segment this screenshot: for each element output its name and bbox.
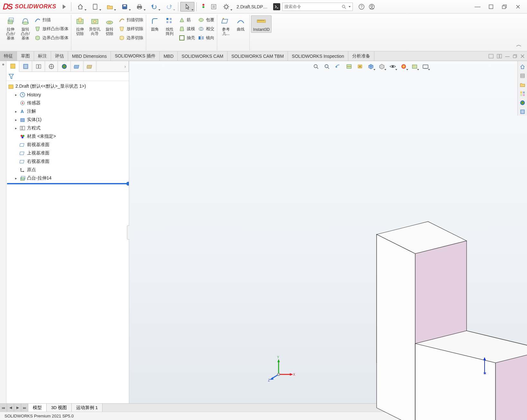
search-box[interactable]	[282, 3, 353, 11]
mdi-restore-button[interactable]	[513, 54, 517, 58]
rail-folder-icon[interactable]	[519, 81, 526, 89]
home-button[interactable]	[73, 2, 87, 12]
rail-view-palette-icon[interactable]	[519, 90, 526, 98]
help-button[interactable]: ?	[357, 2, 366, 12]
mdi-tile1-icon[interactable]	[488, 54, 494, 58]
zoom-fit-button[interactable]	[311, 62, 321, 71]
user-button[interactable]	[367, 2, 377, 12]
redo-button[interactable]	[162, 2, 176, 12]
wrap-button[interactable]: 包覆	[196, 15, 216, 24]
scene-button[interactable]	[410, 62, 419, 71]
ribbon-collapse-button[interactable]: ︿	[513, 39, 525, 50]
tab-addins[interactable]: SOLIDWORKS 插件	[111, 51, 160, 61]
properties-button[interactable]	[209, 2, 219, 12]
rail-library-icon[interactable]	[519, 72, 526, 80]
tab-analysis[interactable]: 分析准备	[348, 51, 374, 61]
draft-button[interactable]: 拔模	[177, 24, 196, 33]
rollback-bar[interactable]	[7, 183, 128, 184]
expand-icon[interactable]: ▸	[14, 176, 18, 180]
open-button[interactable]	[103, 2, 117, 12]
boundary-boss-button[interactable]: 边界凸台/基体	[33, 33, 70, 42]
tab-first-button[interactable]: ⏮	[0, 404, 7, 412]
intersect-button[interactable]: 相交	[196, 24, 216, 33]
prev-view-button[interactable]	[333, 62, 343, 71]
tab-last-button[interactable]: ⏭	[21, 404, 28, 412]
viewport[interactable]: A	[129, 61, 527, 403]
undo-button[interactable]	[147, 2, 161, 12]
tree-history[interactable]: ▸History	[7, 91, 128, 99]
zoom-area-button[interactable]	[322, 62, 332, 71]
tree-equations[interactable]: ▸Σ方程式	[7, 124, 128, 132]
view-orient-button[interactable]	[366, 62, 376, 71]
select-button[interactable]	[180, 2, 194, 12]
bottom-tab-motion[interactable]: 运动算例 1	[72, 404, 103, 412]
tab-prev-button[interactable]: ◀	[7, 404, 14, 412]
search-dropdown-icon[interactable]	[349, 6, 351, 7]
rail-home-icon[interactable]	[519, 63, 526, 71]
hole-wizard-button[interactable]: 异型孔 向导	[87, 15, 102, 37]
boundary-cut-button[interactable]: 边界切除	[117, 33, 145, 42]
close-button[interactable]	[514, 3, 522, 11]
section-view-button[interactable]	[344, 62, 354, 71]
expand-icon[interactable]: ▸	[14, 93, 18, 97]
minimize-button[interactable]: —	[474, 3, 481, 11]
restore-button[interactable]	[501, 3, 508, 11]
fillet-button[interactable]: 圆角	[147, 15, 162, 32]
command-prompt-icon[interactable]	[273, 3, 280, 10]
tab-mbd[interactable]: MBD	[160, 51, 178, 61]
print-button[interactable]	[132, 2, 147, 12]
tab-features[interactable]: 特征	[0, 51, 17, 61]
bottom-tab-model[interactable]: 模型	[28, 404, 47, 412]
expand-icon[interactable]: ▸	[14, 109, 18, 114]
ref-geometry-button[interactable]: 参考 几...	[219, 15, 233, 37]
fm-tab-property[interactable]	[19, 61, 32, 72]
appearance-button[interactable]	[399, 62, 408, 71]
fm-tab-more[interactable]: ›	[96, 61, 129, 72]
extrude-boss-button[interactable]: 拉伸 凸台/ 基体	[3, 15, 18, 41]
tab-cam[interactable]: SOLIDWORKS CAM	[178, 51, 228, 61]
instant3d-button[interactable]: Instant3D	[251, 15, 272, 33]
expand-icon[interactable]: ▸	[14, 126, 18, 130]
tree-material[interactable]: 材质 <未指定>	[7, 132, 128, 141]
loft-boss-button[interactable]: 放样凸台/基体	[33, 24, 70, 33]
tree-front-plane[interactable]: 前视基准面	[7, 141, 128, 149]
curves-button[interactable]: 曲线	[233, 15, 248, 32]
tree-origin[interactable]: 原点	[7, 166, 128, 174]
expand-icon[interactable]: ▸	[14, 118, 18, 122]
revolve-cut-button[interactable]: 旋转 切除	[102, 15, 117, 37]
tab-cam-tbm[interactable]: SOLIDWORKS CAM TBM	[228, 51, 288, 61]
fm-tab-tree[interactable]	[6, 61, 19, 72]
revolve-boss-button[interactable]: 旋转 凸台/ 基体	[18, 15, 33, 41]
tree-solid-bodies[interactable]: ▸实体(1)	[7, 116, 128, 124]
search-icon[interactable]	[342, 4, 346, 9]
loft-cut-button[interactable]: 放样切除	[117, 24, 145, 33]
shell-button[interactable]: 抽壳	[177, 33, 196, 42]
tree-feature-extrude[interactable]: ▸凸台-拉伸14	[7, 174, 128, 182]
fm-tab-display[interactable]	[58, 61, 71, 72]
linear-pattern-button[interactable]: 线性 阵列	[162, 15, 177, 37]
tree-top-plane[interactable]: 上视基准面	[7, 149, 128, 157]
traffic-light-icon[interactable]	[199, 2, 208, 12]
tab-inspection[interactable]: SOLIDWORKS Inspection	[288, 51, 348, 61]
sweep-cut-button[interactable]: 扫描切除	[117, 15, 145, 24]
view-triad[interactable]: X Y Z	[267, 355, 296, 384]
rail-properties-icon[interactable]	[519, 108, 526, 116]
dynamic-annotation-button[interactable]: A	[355, 62, 365, 71]
rail-appearance-icon[interactable]	[519, 99, 526, 107]
model-view[interactable]	[348, 215, 527, 420]
maximize-button[interactable]	[487, 3, 495, 11]
tab-evaluate[interactable]: 评估	[51, 51, 68, 61]
tree-right-plane[interactable]: 右视基准面	[7, 157, 128, 166]
settings-button[interactable]	[219, 2, 233, 12]
new-button[interactable]	[88, 2, 102, 12]
fm-filter-row[interactable]	[6, 72, 129, 81]
fm-tab-extra[interactable]	[84, 61, 96, 72]
menu-dropdown-icon[interactable]	[63, 4, 66, 9]
fm-tab-config[interactable]	[32, 61, 45, 72]
mirror-button[interactable]: 镜向	[196, 33, 216, 42]
bottom-tab-3dview[interactable]: 3D 视图	[47, 404, 72, 412]
tree-root[interactable]: 2.Draft (默认<<默认>_显示状态 1>)	[7, 82, 128, 91]
hide-show-button[interactable]	[388, 62, 397, 71]
tab-annotate[interactable]: 标注	[34, 51, 51, 61]
tree-sensors[interactable]: 传感器	[7, 99, 128, 107]
